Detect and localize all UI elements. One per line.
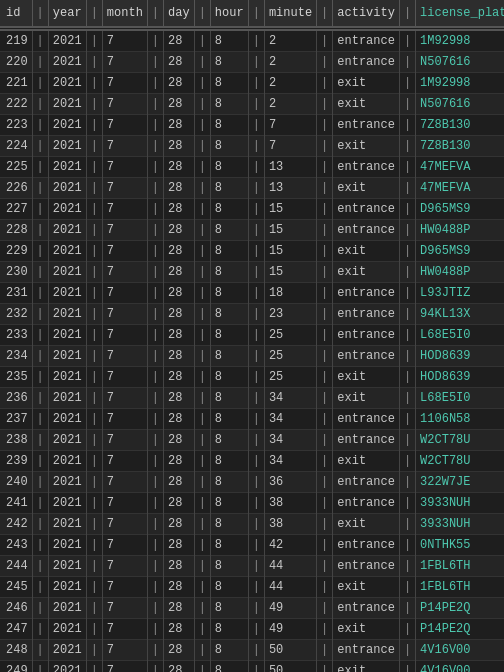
sep: | — [248, 136, 264, 157]
cell-plate: L68E5I0 — [416, 325, 504, 346]
cell-plate: 7Z8B130 — [416, 136, 504, 157]
sep: | — [317, 535, 333, 556]
sep: | — [32, 619, 48, 640]
sep: | — [317, 619, 333, 640]
cell-id: 244 — [0, 556, 32, 577]
cell-id: 227 — [0, 199, 32, 220]
cell-year: 2021 — [48, 30, 86, 52]
cell-month: 7 — [102, 598, 147, 619]
cell-year: 2021 — [48, 514, 86, 535]
sep: | — [248, 30, 264, 52]
sep: | — [86, 157, 102, 178]
table-row: 231|2021|7|28|8|18|entrance|L93JTIZ — [0, 283, 504, 304]
sep: | — [194, 556, 210, 577]
cell-year: 2021 — [48, 52, 86, 73]
cell-hour: 8 — [210, 220, 248, 241]
sep: | — [86, 30, 102, 52]
cell-activity: entrance — [333, 157, 400, 178]
cell-plate: P14PE2Q — [416, 598, 504, 619]
cell-minute: 44 — [264, 577, 316, 598]
sep: | — [399, 283, 415, 304]
cell-day: 28 — [164, 304, 195, 325]
cell-hour: 8 — [210, 115, 248, 136]
cell-year: 2021 — [48, 451, 86, 472]
cell-year: 2021 — [48, 556, 86, 577]
sep: | — [86, 283, 102, 304]
cell-month: 7 — [102, 157, 147, 178]
cell-month: 7 — [102, 535, 147, 556]
table-row: 240|2021|7|28|8|36|entrance|322W7JE — [0, 472, 504, 493]
cell-minute: 15 — [264, 241, 316, 262]
sep: | — [147, 304, 163, 325]
table-row: 221|2021|7|28|8|2|exit|1M92998 — [0, 73, 504, 94]
cell-id: 228 — [0, 220, 32, 241]
cell-minute: 44 — [264, 556, 316, 577]
cell-plate: L68E5I0 — [416, 388, 504, 409]
sep: | — [248, 220, 264, 241]
cell-minute: 50 — [264, 661, 316, 673]
cell-activity: entrance — [333, 325, 400, 346]
cell-minute: 34 — [264, 451, 316, 472]
sep: | — [317, 94, 333, 115]
sep-6: | — [317, 0, 333, 27]
sep: | — [317, 577, 333, 598]
cell-year: 2021 — [48, 325, 86, 346]
cell-year: 2021 — [48, 283, 86, 304]
sep: | — [194, 94, 210, 115]
cell-day: 28 — [164, 283, 195, 304]
cell-minute: 7 — [264, 136, 316, 157]
cell-hour: 8 — [210, 73, 248, 94]
cell-id: 240 — [0, 472, 32, 493]
cell-day: 28 — [164, 52, 195, 73]
sep: | — [32, 115, 48, 136]
sep: | — [86, 661, 102, 673]
cell-hour: 8 — [210, 241, 248, 262]
cell-hour: 8 — [210, 430, 248, 451]
cell-year: 2021 — [48, 304, 86, 325]
sep: | — [147, 661, 163, 673]
sep: | — [86, 304, 102, 325]
sep: | — [317, 262, 333, 283]
col-header-hour: hour — [210, 0, 248, 27]
cell-month: 7 — [102, 262, 147, 283]
sep: | — [147, 136, 163, 157]
cell-activity: entrance — [333, 220, 400, 241]
sep: | — [32, 94, 48, 115]
sep: | — [32, 598, 48, 619]
cell-plate: 0NTHK55 — [416, 535, 504, 556]
cell-year: 2021 — [48, 493, 86, 514]
cell-year: 2021 — [48, 73, 86, 94]
sep: | — [32, 451, 48, 472]
sep: | — [248, 52, 264, 73]
sep: | — [317, 115, 333, 136]
sep: | — [32, 241, 48, 262]
table-row: 249|2021|7|28|8|50|exit|4V16V00 — [0, 661, 504, 673]
cell-day: 28 — [164, 472, 195, 493]
sep: | — [399, 178, 415, 199]
sep: | — [194, 52, 210, 73]
sep: | — [194, 493, 210, 514]
cell-minute: 15 — [264, 220, 316, 241]
cell-year: 2021 — [48, 346, 86, 367]
sep: | — [194, 157, 210, 178]
cell-minute: 2 — [264, 73, 316, 94]
cell-plate: HW0488P — [416, 262, 504, 283]
sep: | — [32, 514, 48, 535]
sep-3: | — [147, 0, 163, 27]
sep: | — [147, 73, 163, 94]
sep: | — [194, 619, 210, 640]
sep: | — [147, 241, 163, 262]
sep: | — [147, 346, 163, 367]
cell-year: 2021 — [48, 577, 86, 598]
cell-month: 7 — [102, 619, 147, 640]
cell-hour: 8 — [210, 514, 248, 535]
cell-minute: 15 — [264, 262, 316, 283]
col-header-id: id — [0, 0, 32, 27]
sep: | — [399, 430, 415, 451]
cell-plate: 1FBL6TH — [416, 577, 504, 598]
sep: | — [32, 493, 48, 514]
cell-year: 2021 — [48, 640, 86, 661]
cell-id: 242 — [0, 514, 32, 535]
cell-id: 225 — [0, 157, 32, 178]
cell-id: 247 — [0, 619, 32, 640]
